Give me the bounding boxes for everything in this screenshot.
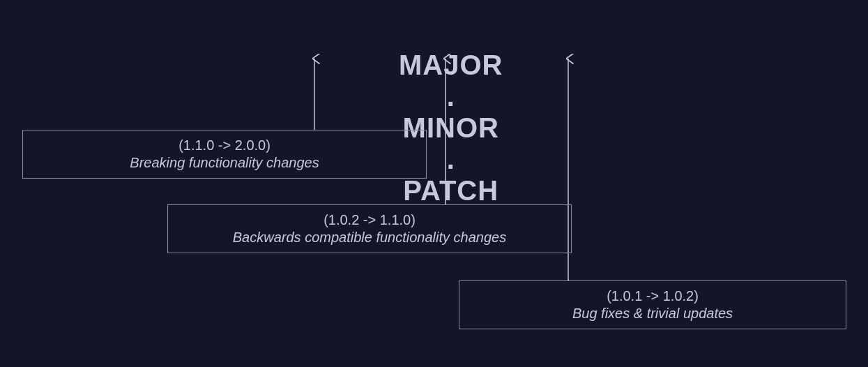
box-minor-example: (1.0.2 -> 1.1.0) — [168, 212, 571, 228]
box-patch: (1.0.1 -> 1.0.2) Bug fixes & trivial upd… — [459, 280, 846, 329]
box-major: (1.1.0 -> 2.0.0) Breaking functionality … — [22, 130, 427, 179]
box-minor-desc: Backwards compatible functionality chang… — [168, 230, 571, 246]
heading-separator: . — [443, 144, 459, 174]
heading-patch: PATCH — [403, 175, 498, 206]
heading-major: MAJOR — [399, 50, 503, 80]
box-patch-desc: Bug fixes & trivial updates — [459, 306, 846, 322]
semver-diagram: MAJOR . MINOR . PATCH (1.1.0 -> 2.0.0) B… — [0, 0, 868, 367]
heading-separator: . — [443, 81, 459, 112]
box-minor: (1.0.2 -> 1.1.0) Backwards compatible fu… — [167, 204, 572, 253]
box-patch-example: (1.0.1 -> 1.0.2) — [459, 288, 846, 304]
box-major-example: (1.1.0 -> 2.0.0) — [23, 137, 426, 153]
box-major-desc: Breaking functionality changes — [23, 155, 426, 171]
